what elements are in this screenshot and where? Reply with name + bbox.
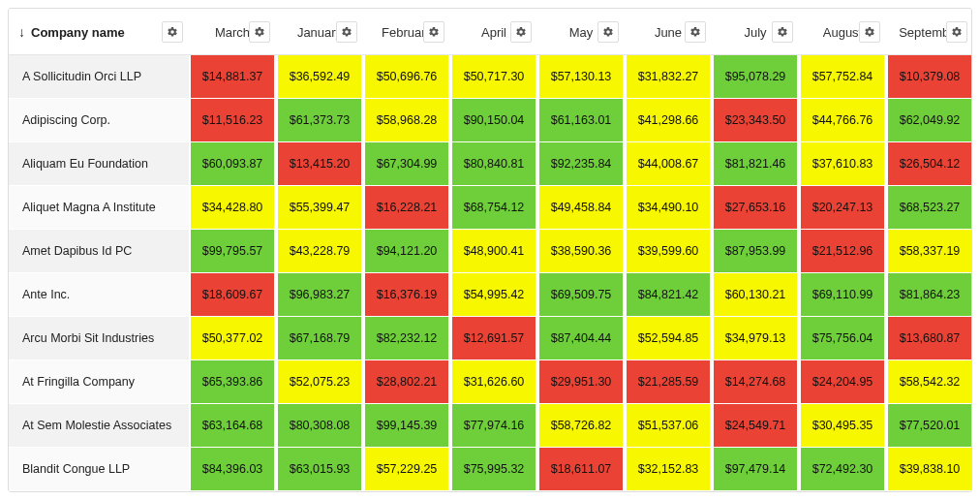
value-cell: $72,492.30 xyxy=(799,448,886,490)
value-cell: $30,495.35 xyxy=(799,404,886,447)
value-cell: $27,653.16 xyxy=(712,186,799,229)
gear-icon xyxy=(602,26,614,38)
value-cell: $55,399.47 xyxy=(276,186,363,229)
month-header-january[interactable]: January xyxy=(276,9,363,55)
column-settings-button[interactable] xyxy=(162,21,183,43)
value-cell: $57,752.84 xyxy=(799,55,886,98)
company-name-cell[interactable]: Aliquet Magna A Institute xyxy=(9,186,189,229)
value-cell: $58,726.82 xyxy=(537,404,625,447)
company-name-cell[interactable]: At Fringilla Company xyxy=(9,360,189,403)
value-cell: $32,152.83 xyxy=(625,448,712,490)
value-cell: $65,393.86 xyxy=(189,360,276,403)
gear-icon xyxy=(864,26,875,38)
value-cell: $97,479.14 xyxy=(712,448,799,490)
value-cell: $52,075.23 xyxy=(276,360,363,403)
month-header-may[interactable]: May xyxy=(537,9,625,55)
company-name-cell[interactable]: A Sollicitudin Orci LLP xyxy=(9,55,189,98)
month-header-september[interactable]: September xyxy=(886,9,972,55)
company-name-cell[interactable]: Arcu Morbi Sit Industries xyxy=(9,317,189,359)
company-name-cell[interactable]: Aliquam Eu Foundation xyxy=(9,142,189,185)
value-cell: $13,415.20 xyxy=(276,142,363,185)
value-cell: $80,840.81 xyxy=(450,142,537,185)
value-cell: $58,542.32 xyxy=(886,360,972,403)
table-row: At Fringilla Company$65,393.86$52,075.23… xyxy=(9,360,971,404)
value-cell: $31,626.60 xyxy=(450,360,537,403)
value-cell: $69,110.99 xyxy=(799,273,886,316)
value-cell: $95,078.29 xyxy=(712,55,799,98)
column-settings-button[interactable] xyxy=(423,21,444,43)
month-header-july[interactable]: July xyxy=(712,9,799,55)
value-cell: $99,145.39 xyxy=(363,404,450,447)
value-cell: $29,951.30 xyxy=(537,360,625,403)
column-settings-button[interactable] xyxy=(685,21,706,43)
value-cell: $21,512.96 xyxy=(799,230,886,272)
value-cell: $52,594.85 xyxy=(625,317,712,359)
month-header-label: August xyxy=(823,25,862,40)
month-header-february[interactable]: February xyxy=(363,9,450,55)
gear-icon xyxy=(951,26,963,38)
table-row: A Sollicitudin Orci LLP$14,881.37$36,592… xyxy=(9,55,971,99)
column-settings-button[interactable] xyxy=(597,21,619,43)
company-name-cell[interactable]: Ante Inc. xyxy=(9,273,189,316)
value-cell: $24,204.95 xyxy=(799,360,886,403)
value-cell: $58,968.28 xyxy=(363,99,450,141)
value-cell: $92,235.84 xyxy=(537,142,625,185)
value-cell: $54,995.42 xyxy=(450,273,537,316)
gear-icon xyxy=(341,26,352,38)
month-header-august[interactable]: August xyxy=(799,9,886,55)
value-cell: $50,717.30 xyxy=(450,55,537,98)
value-cell: $34,428.80 xyxy=(189,186,276,229)
month-header-label: April xyxy=(481,25,506,40)
value-cell: $60,130.21 xyxy=(712,273,799,316)
value-cell: $21,285.59 xyxy=(625,360,712,403)
value-cell: $43,228.79 xyxy=(276,230,363,272)
month-header-label: June xyxy=(655,25,682,40)
value-cell: $31,832.27 xyxy=(625,55,712,98)
sort-desc-icon: ↓ xyxy=(18,25,25,39)
value-cell: $75,995.32 xyxy=(450,448,537,490)
company-name-header-label: Company name xyxy=(31,25,125,40)
month-header-april[interactable]: April xyxy=(450,9,537,55)
value-cell: $84,821.42 xyxy=(625,273,712,316)
company-name-cell[interactable]: Blandit Congue LLP xyxy=(9,448,189,490)
value-cell: $90,150.04 xyxy=(450,99,537,141)
value-cell: $50,696.76 xyxy=(363,55,450,98)
value-cell: $36,592.49 xyxy=(276,55,363,98)
column-settings-button[interactable] xyxy=(249,21,270,43)
value-cell: $37,610.83 xyxy=(799,142,886,185)
value-cell: $14,881.37 xyxy=(189,55,276,98)
value-cell: $44,766.76 xyxy=(799,99,886,141)
value-cell: $77,520.01 xyxy=(886,404,972,447)
value-cell: $81,864.23 xyxy=(886,273,972,316)
value-cell: $16,376.19 xyxy=(363,273,450,316)
value-cell: $87,953.99 xyxy=(712,230,799,272)
company-name-cell[interactable]: At Sem Molestie Associates xyxy=(9,404,189,447)
company-name-cell[interactable]: Adipiscing Corp. xyxy=(9,99,189,141)
month-header-march[interactable]: March xyxy=(189,9,276,55)
month-header-label: March xyxy=(215,25,250,40)
company-name-header[interactable]: ↓ Company name xyxy=(9,9,189,55)
value-cell: $57,130.13 xyxy=(537,55,625,98)
value-cell: $23,343.50 xyxy=(712,99,799,141)
value-cell: $67,304.99 xyxy=(363,142,450,185)
column-settings-button[interactable] xyxy=(336,21,357,43)
value-cell: $38,590.36 xyxy=(537,230,625,272)
value-cell: $34,490.10 xyxy=(625,186,712,229)
value-cell: $51,537.06 xyxy=(625,404,712,447)
company-name-cell[interactable]: Amet Dapibus Id PC xyxy=(9,230,189,272)
value-cell: $24,549.71 xyxy=(712,404,799,447)
value-cell: $63,164.68 xyxy=(189,404,276,447)
table-row: Adipiscing Corp.$11,516.23$61,373.73$58,… xyxy=(9,99,971,142)
value-cell: $20,247.13 xyxy=(799,186,886,229)
value-cell: $61,163.01 xyxy=(537,99,625,141)
value-cell: $48,900.41 xyxy=(450,230,537,272)
table-row: At Sem Molestie Associates$63,164.68$80,… xyxy=(9,404,971,448)
column-settings-button[interactable] xyxy=(772,21,793,43)
gear-icon xyxy=(254,26,265,38)
value-cell: $10,379.08 xyxy=(886,55,972,98)
month-header-june[interactable]: June xyxy=(625,9,712,55)
data-grid: ↓ Company name MarchJanuaryFebruaryApril… xyxy=(8,8,972,492)
column-settings-button[interactable] xyxy=(859,21,880,43)
column-settings-button[interactable] xyxy=(510,21,532,43)
column-settings-button[interactable] xyxy=(946,21,967,43)
